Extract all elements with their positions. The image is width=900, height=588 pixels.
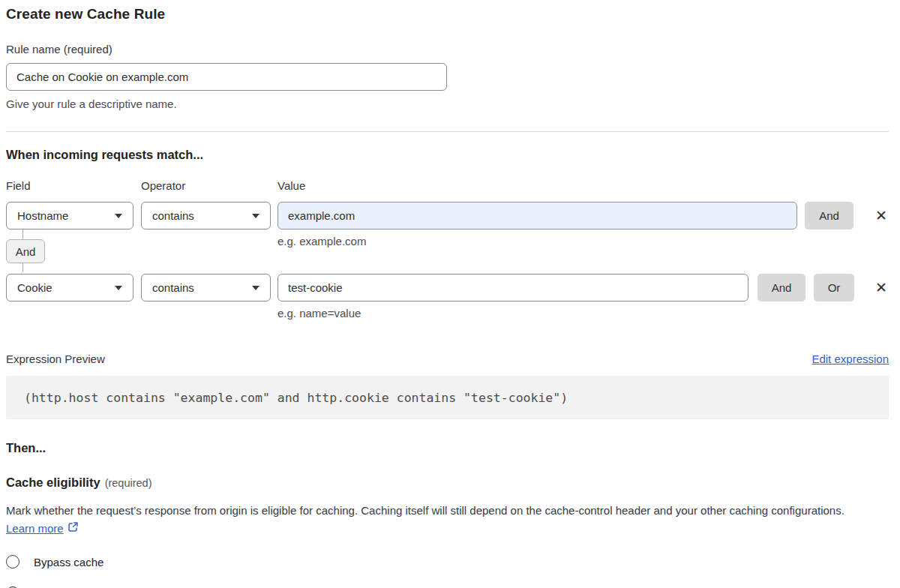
section-divider [6, 131, 889, 132]
field-column-label: Field [6, 179, 141, 192]
connector-and-button[interactable]: And [6, 239, 45, 263]
field-select-2[interactable]: Cookie [6, 274, 134, 302]
rule-name-help: Give your rule a descriptive name. [6, 98, 889, 110]
operator-select-1-value: contains [152, 209, 194, 222]
condition-row-1: Hostname contains e.g. example.com And ✕ [6, 202, 889, 248]
condition-column-labels: Field Operator Value [6, 179, 889, 192]
value-column-2: e.g. name=value [278, 274, 748, 320]
expression-code-block: (http.host contains "example.com" and ht… [6, 376, 889, 419]
connector-line-bottom [22, 263, 23, 272]
chevron-down-icon [115, 286, 122, 290]
cache-eligibility-title: Cache eligibility [6, 476, 100, 489]
page-title: Create new Cache Rule [6, 6, 889, 22]
cache-eligibility-options: Bypass cache Eligible for cache [6, 554, 889, 588]
or-button-row-2[interactable]: Or [814, 274, 854, 302]
remove-condition-icon[interactable]: ✕ [874, 202, 889, 230]
connector-line-top [22, 230, 23, 239]
value-input-2[interactable] [278, 274, 748, 302]
chevron-down-icon [252, 286, 260, 290]
cache-eligibility-heading: Cache eligibility(required) [6, 476, 889, 490]
radio-label: Bypass cache [34, 556, 104, 568]
value-hint-1: e.g. example.com [278, 235, 797, 248]
field-select-1[interactable]: Hostname [6, 202, 134, 230]
then-heading: Then... [6, 441, 889, 455]
required-tag: (required) [105, 477, 152, 489]
operator-select-1[interactable]: contains [141, 202, 271, 230]
operator-select-2[interactable]: contains [141, 274, 271, 302]
expression-preview-header: Expression Preview Edit expression [6, 352, 889, 365]
chevron-down-icon [252, 214, 260, 218]
operator-select-2-value: contains [152, 281, 194, 294]
value-column-label: Value [278, 179, 305, 192]
radio-icon[interactable] [6, 555, 20, 568]
external-link-icon [68, 520, 79, 538]
create-cache-rule-page: Create new Cache Rule Rule name (require… [6, 0, 889, 588]
rule-name-input[interactable] [6, 63, 447, 91]
rule-name-label: Rule name (required) [6, 43, 889, 56]
condition-rows: Hostname contains e.g. example.com And ✕… [6, 202, 889, 320]
and-button-row-1[interactable]: And [805, 202, 854, 230]
chevron-down-icon [115, 214, 122, 218]
condition-row-2: Cookie contains e.g. name=value And Or ✕ [6, 274, 889, 320]
radio-option-bypass-cache[interactable]: Bypass cache [6, 554, 889, 569]
value-hint-2: e.g. name=value [278, 307, 748, 320]
field-select-1-value: Hostname [17, 209, 68, 222]
expression-preview-label: Expression Preview [6, 352, 105, 365]
value-input-1[interactable] [278, 202, 797, 230]
edit-expression-link[interactable]: Edit expression [812, 352, 889, 365]
value-column-1: e.g. example.com [278, 202, 797, 248]
description-text: Mark whether the request’s response from… [6, 504, 844, 517]
match-heading: When incoming requests match... [6, 148, 889, 162]
remove-condition-icon[interactable]: ✕ [874, 274, 889, 302]
field-select-2-value: Cookie [17, 281, 52, 294]
condition-connector: And [6, 230, 45, 272]
cache-eligibility-description: Mark whether the request’s response from… [6, 502, 876, 538]
operator-column-label: Operator [141, 179, 278, 192]
learn-more-link[interactable]: Learn more [6, 520, 64, 538]
and-button-row-2[interactable]: And [758, 274, 806, 302]
